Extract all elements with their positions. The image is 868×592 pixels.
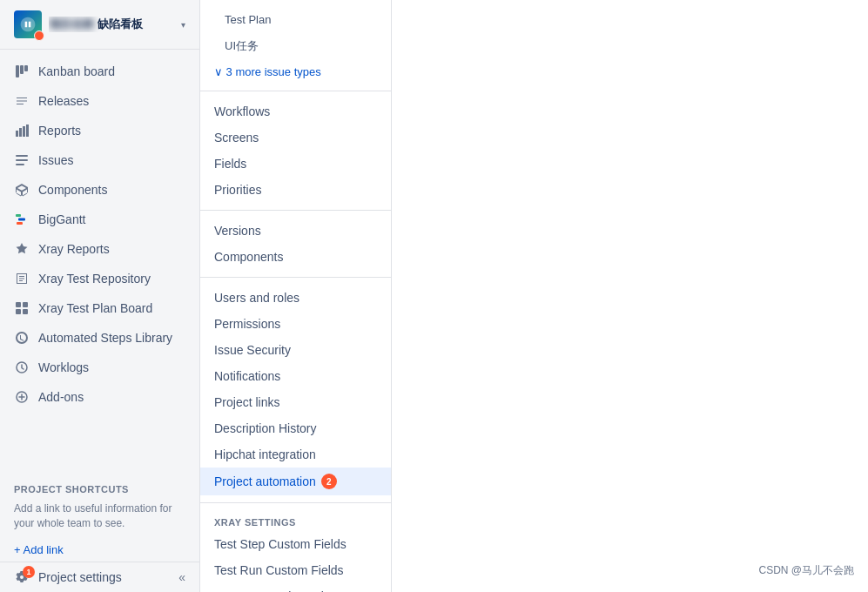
xray-plan-icon: [14, 300, 30, 316]
settings-item-workflows[interactable]: Workflows: [200, 98, 391, 124]
settings-icon: 1: [14, 569, 30, 585]
sidebar-item-xray-repo[interactable]: Xray Test Repository: [0, 264, 199, 293]
settings-item-users-roles[interactable]: Users and roles: [200, 285, 391, 311]
sidebar-item-releases[interactable]: Releases: [0, 86, 199, 116]
settings-item-components[interactable]: Components: [200, 244, 391, 270]
xray-reports-icon: [14, 241, 30, 257]
shortcuts-section-label: PROJECT SHORTCUTS: [0, 470, 199, 498]
issue-types-section: Test Plan UI任务 ∨ 3 more issue types: [200, 0, 391, 91]
issue-security-label: Issue Security: [214, 343, 291, 357]
svg-rect-3: [16, 131, 18, 137]
screens-label: Screens: [214, 131, 259, 145]
sidebar-item-xray-reports[interactable]: Xray Reports: [0, 234, 199, 264]
sidebar-item-auto-steps[interactable]: Automated Steps Library: [0, 323, 199, 353]
versions-section: Versions Components: [200, 211, 391, 278]
settings-item-notifications[interactable]: Notifications: [200, 363, 391, 389]
layout-wrapper: Test Plan UI任务 ∨ 3 more issue types Work…: [200, 0, 434, 592]
sidebar-item-biggantt[interactable]: BigGantt: [0, 205, 199, 234]
settings-item-hipchat[interactable]: Hipchat integration: [200, 441, 391, 468]
automation-badge: 2: [321, 474, 337, 489]
settings-item-test-plan[interactable]: Test Plan: [200, 7, 391, 32]
sidebar-item-addons[interactable]: Add-ons: [0, 382, 199, 412]
settings-item-project-automation[interactable]: Project automation 2: [200, 468, 391, 495]
svg-rect-8: [16, 159, 28, 161]
project-logo: [14, 10, 42, 38]
collapse-icon[interactable]: «: [178, 570, 185, 584]
users-roles-label: Users and roles: [214, 291, 299, 305]
svg-rect-7: [16, 155, 28, 157]
settings-item-versions[interactable]: Versions: [200, 218, 391, 244]
svg-rect-4: [19, 128, 22, 137]
sidebar-item-issues-label: Issues: [38, 153, 73, 167]
project-config-section: Workflows Screens Fields Priorities: [200, 91, 391, 211]
shortcuts-text: Add a link to useful information for you…: [0, 498, 199, 538]
notifications-label: Notifications: [214, 369, 280, 383]
sidebar-item-components-label: Components: [38, 183, 107, 197]
releases-icon: [14, 93, 30, 109]
settings-item-fields[interactable]: Fields: [200, 151, 391, 177]
svg-rect-9: [16, 164, 24, 165]
permissions-label: Permissions: [214, 317, 280, 331]
svg-rect-6: [26, 124, 29, 137]
sidebar-item-xray-reports-label: Xray Reports: [38, 242, 110, 256]
expand-issue-types[interactable]: ∨ 3 more issue types: [200, 60, 391, 84]
settings-item-screens[interactable]: Screens: [200, 124, 391, 151]
project-title: 项目名称 缺陷看板: [49, 17, 174, 32]
settings-item-test-step-fields[interactable]: Test Step Custom Fields: [200, 531, 391, 557]
sidebar-item-reports[interactable]: Reports: [0, 116, 199, 145]
access-section: Users and roles Permissions Issue Securi…: [200, 278, 391, 503]
sidebar-item-issues[interactable]: Issues: [0, 145, 199, 175]
components-label: Components: [214, 250, 283, 264]
xray-settings-header: Xray Settings: [200, 510, 391, 531]
settings-item-ui-task[interactable]: UI任务: [200, 32, 391, 60]
components-icon: [14, 182, 30, 198]
watermark: CSDN @马儿不会跑: [758, 563, 854, 578]
settings-item-permissions[interactable]: Permissions: [200, 311, 391, 337]
svg-rect-13: [16, 302, 21, 307]
svg-rect-11: [18, 219, 25, 221]
expand-label: ∨ 3 more issue types: [214, 65, 321, 78]
test-run-fields-label: Test Run Custom Fields: [214, 563, 344, 577]
sidebar-item-addons-label: Add-ons: [38, 390, 84, 404]
sidebar-item-releases-label: Releases: [38, 94, 89, 108]
description-history-label: Description History: [214, 421, 316, 435]
project-links-label: Project links: [214, 395, 279, 409]
sidebar-item-xray-plan[interactable]: Xray Test Plan Board: [0, 293, 199, 323]
sidebar-item-xray-plan-label: Xray Test Plan Board: [38, 301, 152, 315]
svg-rect-16: [23, 309, 28, 314]
settings-item-description-history[interactable]: Description History: [200, 415, 391, 441]
hipchat-label: Hipchat integration: [214, 447, 316, 461]
workflows-label: Workflows: [214, 104, 270, 118]
versions-label: Versions: [214, 224, 261, 238]
sidebar-item-kanban[interactable]: Kanban board: [0, 57, 199, 86]
sidebar-header: 项目名称 缺陷看板 ▾: [0, 0, 199, 50]
project-automation-label: Project automation: [214, 474, 316, 488]
svg-rect-10: [16, 214, 21, 217]
project-settings-footer[interactable]: 1 Project settings «: [0, 562, 199, 592]
svg-rect-5: [23, 126, 25, 137]
auto-steps-icon: [14, 330, 30, 346]
settings-panel: Test Plan UI任务 ∨ 3 more issue types Work…: [200, 0, 392, 592]
sidebar-chevron-icon[interactable]: ▾: [181, 20, 185, 30]
sidebar-item-worklogs[interactable]: Worklogs: [0, 353, 199, 382]
settings-item-issue-security[interactable]: Issue Security: [200, 337, 391, 363]
svg-rect-14: [23, 302, 28, 307]
settings-item-priorities[interactable]: Priorities: [200, 177, 391, 203]
svg-rect-2: [24, 65, 28, 71]
xray-settings-section: Xray Settings Test Step Custom Fields Te…: [200, 503, 391, 592]
issues-icon: [14, 152, 30, 168]
settings-item-test-run-fields[interactable]: Test Run Custom Fields: [200, 557, 391, 583]
svg-rect-1: [20, 65, 24, 74]
reports-icon: [14, 123, 30, 138]
sidebar-item-kanban-label: Kanban board: [38, 64, 115, 78]
xray-repo-icon: [14, 271, 30, 286]
sidebar-item-components[interactable]: Components: [0, 175, 199, 205]
sidebar-item-xray-repo-label: Xray Test Repository: [38, 272, 151, 286]
sidebar-item-biggantt-label: BigGantt: [38, 212, 85, 226]
svg-rect-12: [17, 222, 23, 225]
sidebar-nav: Kanban board Releases Reports Issues: [0, 50, 199, 470]
settings-item-param-values[interactable]: Parameter Values Lists: [200, 583, 391, 592]
add-link-button[interactable]: + Add link: [0, 538, 199, 562]
svg-rect-15: [16, 309, 21, 314]
settings-item-project-links[interactable]: Project links: [200, 389, 391, 415]
